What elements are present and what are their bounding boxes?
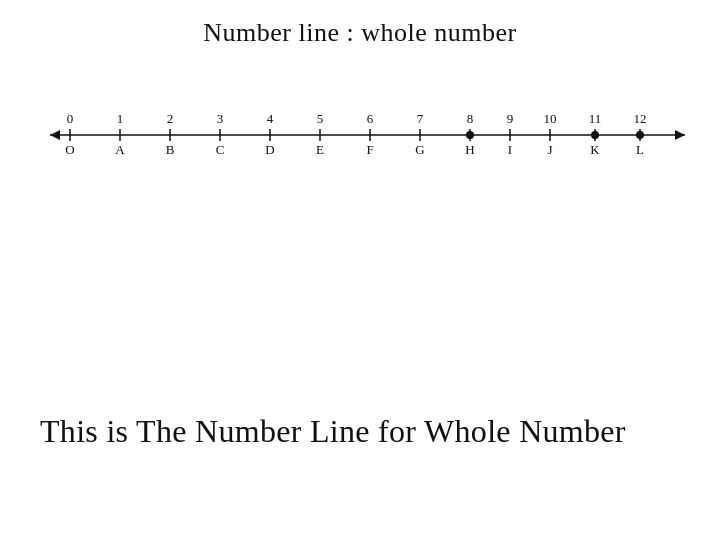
- svg-text:L: L: [636, 142, 644, 157]
- svg-text:1: 1: [117, 111, 124, 126]
- svg-point-38: [591, 131, 599, 139]
- svg-text:0: 0: [67, 111, 74, 126]
- svg-text:J: J: [547, 142, 552, 157]
- svg-text:4: 4: [267, 111, 274, 126]
- svg-text:8: 8: [467, 111, 474, 126]
- svg-text:O: O: [65, 142, 74, 157]
- svg-text:H: H: [465, 142, 474, 157]
- svg-text:3: 3: [217, 111, 224, 126]
- svg-text:F: F: [366, 142, 373, 157]
- svg-text:D: D: [265, 142, 274, 157]
- svg-text:I: I: [508, 142, 512, 157]
- svg-text:G: G: [415, 142, 424, 157]
- page-title: Number line : whole number: [0, 0, 720, 48]
- number-line-svg: 0 O 1 A 2 B 3 C 4 D 5 E 6 F 7 G 8 H: [40, 110, 700, 170]
- svg-text:12: 12: [634, 111, 647, 126]
- svg-text:11: 11: [589, 111, 602, 126]
- svg-marker-2: [675, 130, 685, 140]
- svg-text:B: B: [166, 142, 175, 157]
- number-line-container: 0 O 1 A 2 B 3 C 4 D 5 E 6 F 7 G 8 H: [40, 110, 700, 170]
- svg-text:6: 6: [367, 111, 374, 126]
- svg-text:9: 9: [507, 111, 514, 126]
- svg-point-42: [636, 131, 644, 139]
- svg-marker-1: [50, 130, 60, 140]
- svg-text:K: K: [590, 142, 600, 157]
- svg-text:A: A: [115, 142, 125, 157]
- svg-text:C: C: [216, 142, 225, 157]
- svg-point-28: [466, 131, 474, 139]
- svg-text:2: 2: [167, 111, 174, 126]
- svg-text:5: 5: [317, 111, 324, 126]
- svg-text:7: 7: [417, 111, 424, 126]
- subtitle-text: This is The Number Line for Whole Number: [40, 413, 626, 450]
- svg-text:E: E: [316, 142, 324, 157]
- svg-text:10: 10: [544, 111, 557, 126]
